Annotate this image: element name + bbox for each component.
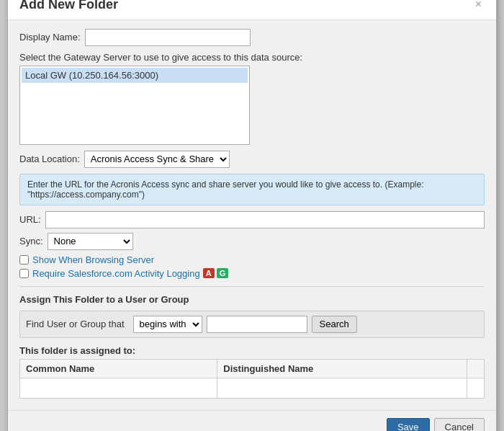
assign-section-title: Assign This Folder to a User or Group	[19, 294, 485, 305]
col-common-name: Common Name	[20, 359, 217, 378]
require-salesforce-label[interactable]: Require Salesforce.com Activity Logging	[32, 268, 200, 279]
dialog-footer: Save Cancel	[8, 410, 496, 432]
table-body	[20, 378, 485, 398]
empty-cell-3	[467, 378, 485, 398]
data-location-label: Data Location:	[19, 154, 80, 164]
filter-select[interactable]: begins with contains equals	[133, 316, 202, 333]
require-salesforce-checkbox[interactable]	[19, 269, 29, 278]
url-input[interactable]	[45, 211, 485, 228]
badge-a: A	[203, 268, 215, 278]
col-distinguished-name: Distinguished Name	[217, 359, 467, 378]
display-name-label: Display Name:	[19, 32, 81, 43]
data-location-row: Data Location: Acronis Access Sync & Sha…	[19, 151, 485, 168]
gateway-list-item[interactable]: Local GW (10.250.164.56:3000)	[22, 68, 248, 83]
assigned-table: Common Name Distinguished Name	[19, 359, 485, 399]
search-button[interactable]: Search	[312, 316, 357, 333]
cancel-button[interactable]: Cancel	[434, 418, 485, 432]
sync-label: Sync:	[19, 236, 43, 246]
dialog-header: Add New Folder ×	[8, 0, 496, 20]
url-label: URL:	[19, 214, 41, 225]
badge-g: G	[217, 268, 229, 278]
data-location-select[interactable]: Acronis Access Sync & Share Other	[84, 151, 230, 168]
show-when-browsing-checkbox[interactable]	[19, 255, 29, 265]
close-button[interactable]: ×	[472, 0, 485, 11]
gateway-label: Select the Gateway Server to use to give…	[19, 52, 485, 63]
dialog-title: Add New Folder	[19, 0, 118, 12]
info-box: Enter the URL for the Acronis Access syn…	[19, 174, 485, 205]
table-empty-row	[20, 378, 485, 398]
show-when-browsing-label[interactable]: Show When Browsing Server	[32, 254, 154, 265]
find-label: Find User or Group that	[26, 319, 125, 329]
display-name-input[interactable]	[85, 29, 251, 46]
empty-cell-2	[217, 378, 467, 398]
assign-row: Find User or Group that begins with cont…	[19, 311, 485, 338]
divider	[19, 286, 485, 287]
col-action	[467, 359, 485, 378]
save-button[interactable]: Save	[387, 418, 430, 432]
require-salesforce-row: Require Salesforce.com Activity Logging …	[19, 268, 485, 279]
show-when-browsing-row: Show When Browsing Server	[19, 254, 485, 265]
table-header-row: Common Name Distinguished Name	[20, 359, 485, 378]
table-label: This folder is assigned to:	[19, 345, 485, 356]
gateway-server-list[interactable]: Local GW (10.250.164.56:3000)	[19, 66, 250, 145]
empty-cell-1	[20, 378, 217, 398]
sync-select[interactable]: None Bidirectional Upload Only Download …	[48, 233, 133, 250]
add-new-folder-dialog: Add New Folder × Display Name: Select th…	[7, 0, 497, 431]
display-name-row: Display Name:	[19, 29, 485, 46]
dialog-body: Display Name: Select the Gateway Server …	[8, 20, 496, 410]
table-section: This folder is assigned to: Common Name …	[19, 345, 485, 399]
sync-row: Sync: None Bidirectional Upload Only Dow…	[19, 233, 485, 250]
url-row: URL:	[19, 211, 485, 228]
search-input[interactable]	[207, 316, 307, 333]
